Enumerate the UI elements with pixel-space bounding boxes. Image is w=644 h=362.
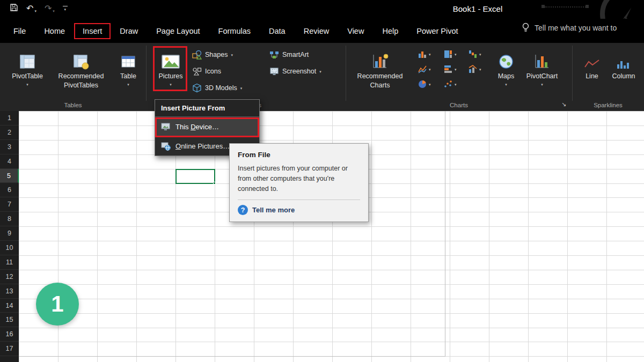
insert-column-chart-button[interactable]: ▾ xyxy=(418,49,431,59)
row-header-14[interactable]: 14 xyxy=(0,299,19,313)
watermark-square xyxy=(541,5,545,8)
shapes-button[interactable]: Shapes ▾ xyxy=(192,48,233,61)
recommended-charts-icon xyxy=(371,54,389,70)
used-range-bottom-border xyxy=(19,356,445,357)
row-header-6[interactable]: 6 xyxy=(0,183,19,197)
tab-review[interactable]: Review xyxy=(295,23,339,40)
tab-help[interactable]: Help xyxy=(373,23,407,40)
row-header-12[interactable]: 12 xyxy=(0,270,19,284)
group-divider xyxy=(346,46,346,101)
chevron-down-icon: ▾ xyxy=(479,53,481,56)
customize-quick-access-button[interactable]: ▾ xyxy=(63,6,68,11)
chevron-down-icon: ▾ xyxy=(34,9,36,13)
tab-file[interactable]: File xyxy=(4,23,35,40)
save-button[interactable] xyxy=(10,3,18,14)
menu-item-this-device[interactable]: This Device… xyxy=(155,117,259,136)
row-header-15[interactable]: 15 xyxy=(0,313,19,327)
tab-draw[interactable]: Draw xyxy=(111,23,147,40)
row-header-10[interactable]: 10 xyxy=(0,241,19,255)
column-chart-icon xyxy=(418,49,427,59)
recommended-charts-button[interactable]: Recommended Charts xyxy=(350,45,410,90)
chevron-down-icon: ▾ xyxy=(231,53,233,57)
watermark-dotted-line xyxy=(545,6,588,8)
table-button[interactable]: Table ▾ xyxy=(114,45,143,86)
row-header-7[interactable]: 7 xyxy=(0,197,19,212)
combo-chart-icon xyxy=(468,64,478,74)
charts-dialog-launcher[interactable]: ↘ xyxy=(561,101,566,108)
sparkline-column-icon xyxy=(616,59,631,70)
sparklines-group-label: Sparklines xyxy=(572,102,644,110)
pictures-button[interactable]: Pictures ▾ xyxy=(155,45,187,86)
screenshot-button[interactable]: Screenshot ▾ xyxy=(269,65,321,78)
chevron-down-icon: ▾ xyxy=(505,83,507,86)
tell-me-more-link[interactable]: ? Tell me more xyxy=(238,205,360,215)
maps-button[interactable]: Maps ▾ xyxy=(493,45,519,86)
smartart-button[interactable]: SmartArt xyxy=(269,48,309,61)
row-header-1[interactable]: 1 xyxy=(0,111,19,125)
active-cell[interactable] xyxy=(175,169,215,184)
pictures-icon xyxy=(161,54,180,70)
fill-handle[interactable] xyxy=(213,182,216,184)
tab-insert[interactable]: Insert xyxy=(74,23,111,39)
table-icon xyxy=(120,54,136,70)
chevron-down-icon: ▾ xyxy=(127,83,129,86)
online-pictures-icon xyxy=(161,142,171,151)
pivottable-button[interactable]: PivotTable ▾ xyxy=(5,45,49,86)
tab-formulas[interactable]: Formulas xyxy=(209,23,260,40)
chevron-down-icon: ▾ xyxy=(479,68,481,71)
row-header-8[interactable]: 8 xyxy=(0,212,19,226)
chevron-down-icon: ▾ xyxy=(455,53,457,56)
maps-icon xyxy=(498,54,514,70)
recommended-pivottables-button[interactable]: Recommended PivotTables xyxy=(52,45,111,90)
chevron-down-icon: ▾ xyxy=(240,86,243,90)
tables-group-label: Tables xyxy=(0,102,146,110)
line-chart-icon xyxy=(418,64,427,74)
tell-me-box[interactable]: Tell me what you want to xyxy=(522,23,617,33)
tab-home[interactable]: Home xyxy=(35,23,74,40)
insert-pie-chart-button[interactable]: ▾ xyxy=(418,79,431,89)
row-header-5[interactable]: 5 xyxy=(0,169,19,183)
tooltip-title: From File xyxy=(238,151,360,159)
chevron-down-icon: ▾ xyxy=(53,9,55,13)
recommended-pivottables-icon xyxy=(73,54,89,70)
tab-view[interactable]: View xyxy=(338,23,373,40)
pivotchart-button[interactable]: PivotChart ▾ xyxy=(524,45,560,86)
chevron-down-icon: ▾ xyxy=(541,83,543,86)
customize-bar-icon xyxy=(63,6,68,6)
icons-button[interactable]: Icons xyxy=(192,65,221,78)
pivotchart-icon xyxy=(533,54,551,70)
insert-hierarchy-chart-button[interactable]: ▾ xyxy=(443,49,457,59)
chevron-down-icon: ▾ xyxy=(455,83,457,86)
lightbulb-icon xyxy=(522,23,530,33)
row-header-11[interactable]: 11 xyxy=(0,255,19,270)
tab-page-layout[interactable]: Page Layout xyxy=(147,23,209,40)
chevron-down-icon: ▾ xyxy=(170,83,172,86)
undo-button[interactable]: ↶ ▾ xyxy=(26,4,36,13)
undo-icon: ↶ xyxy=(26,4,33,13)
3d-models-button[interactable]: 3D Models ▾ xyxy=(192,82,242,94)
sparkline-line-button[interactable]: Line xyxy=(580,45,604,81)
redo-button[interactable]: ↷ ▾ xyxy=(45,4,55,13)
insert-waterfall-chart-button[interactable]: ▾ xyxy=(468,49,481,59)
row-header-13[interactable]: 13 xyxy=(0,284,19,299)
pivottable-icon xyxy=(19,54,35,70)
sparkline-column-button[interactable]: Column xyxy=(608,45,640,81)
row-header-9[interactable]: 9 xyxy=(0,226,19,241)
group-divider xyxy=(146,46,147,101)
insert-line-chart-button[interactable]: ▾ xyxy=(418,64,431,74)
scatter-chart-icon xyxy=(443,79,453,89)
tab-power-pivot[interactable]: Power Pivot xyxy=(407,23,467,40)
insert-bar-chart-button[interactable]: ▾ xyxy=(443,64,457,74)
used-range-right-border xyxy=(445,111,445,356)
step-annotation-badge: 1 xyxy=(36,283,79,326)
row-header-16[interactable]: 16 xyxy=(0,327,19,342)
insert-combo-chart-button[interactable]: ▾ xyxy=(468,64,481,74)
insert-scatter-chart-button[interactable]: ▾ xyxy=(443,79,457,89)
tab-data[interactable]: Data xyxy=(260,23,295,40)
row-header-2[interactable]: 2 xyxy=(0,125,19,140)
insert-picture-menu-header: Insert Picture From xyxy=(155,100,259,117)
row-header-3[interactable]: 3 xyxy=(0,140,19,154)
row-header-4[interactable]: 4 xyxy=(0,154,19,169)
row-header-17[interactable]: 17 xyxy=(0,342,19,356)
charts-group-label: Charts xyxy=(346,102,572,110)
